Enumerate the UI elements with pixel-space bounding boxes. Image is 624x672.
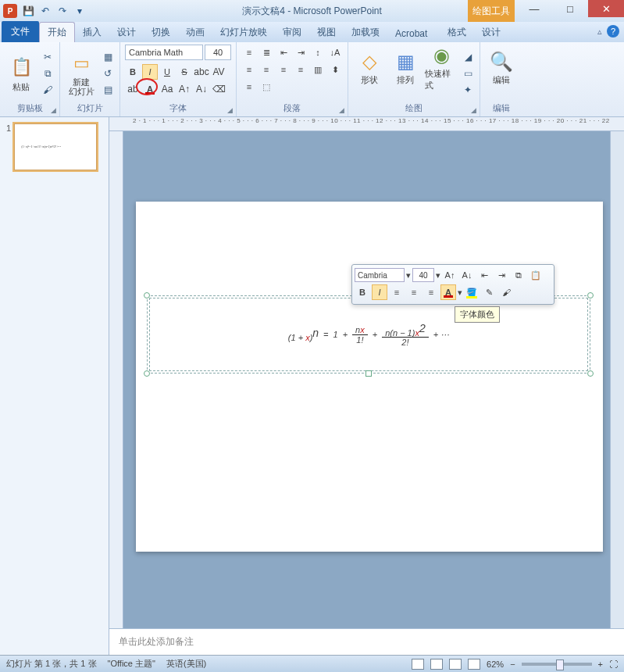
mini-font-name[interactable] [355, 268, 405, 282]
line-spacing-button[interactable]: ↕ [310, 45, 326, 60]
drawing-launcher-icon[interactable]: ◢ [469, 105, 478, 115]
help-icon[interactable]: ? [607, 25, 619, 38]
sorter-view-icon[interactable] [430, 659, 443, 670]
numbering-button[interactable]: ≣ [259, 45, 274, 60]
copy-icon[interactable]: ⧉ [41, 66, 55, 80]
tab-format[interactable]: 格式 [440, 23, 474, 42]
decrease-indent-button[interactable]: ⇤ [276, 45, 291, 60]
increase-indent-button[interactable]: ⇥ [293, 45, 308, 60]
redo-icon[interactable]: ↷ [56, 5, 69, 17]
clipboard-launcher-icon[interactable]: ◢ [48, 105, 58, 115]
font-color-button[interactable]: A [142, 81, 158, 97]
mini-font-color-dropdown-icon[interactable]: ▾ [458, 288, 462, 298]
thumbnail-item[interactable]: 1 (1+x)ⁿ=1+nx/1!+n(n-1)x²/2!+⋯ [6, 123, 102, 170]
mini-align-left[interactable]: ≡ [389, 284, 405, 300]
zoom-level[interactable]: 62% [487, 659, 504, 669]
mini-font-dropdown-icon[interactable]: ▾ [406, 270, 411, 281]
mini-size-dropdown-icon[interactable]: ▾ [436, 270, 440, 281]
status-language[interactable]: 英语(美国) [166, 658, 206, 670]
format-painter-icon[interactable]: 🖌 [41, 83, 55, 97]
clear-format-button[interactable]: ⌫ [211, 81, 226, 97]
slide[interactable]: ▾ ▾ A↑ A↓ ⇤ ⇥ ⧉ 📋 B I [136, 202, 603, 552]
section-icon[interactable]: ▤ [101, 83, 115, 97]
text-direction-button[interactable]: ↓A [327, 45, 343, 60]
maximize-button[interactable]: □ [552, 0, 588, 17]
font-size-input[interactable] [205, 45, 231, 60]
mini-paste-icon[interactable]: 📋 [528, 267, 544, 283]
mini-font-color[interactable]: A [440, 284, 456, 300]
qat-more-icon[interactable]: ▾ [73, 5, 86, 17]
bold-button[interactable]: B [125, 64, 141, 80]
mini-shrink-font[interactable]: A↓ [459, 267, 475, 283]
slide-thumbnails-panel[interactable]: 1 (1+x)ⁿ=1+nx/1!+n(n-1)x²/2!+⋯ [0, 117, 109, 655]
layout-icon[interactable]: ▦ [101, 50, 115, 64]
horizontal-ruler[interactable]: 2 · 1 · · · 1 · · · 2 · · · 3 · · · 4 · … [109, 117, 624, 131]
mini-highlight[interactable]: 🪣 [464, 284, 480, 300]
equation-textbox[interactable]: (1 + x)n =1+ nx1! + n(n − 1)x22! + ⋯ [147, 295, 590, 374]
underline-button[interactable]: U [159, 64, 175, 80]
shape-fill-icon[interactable]: ◢ [461, 50, 475, 64]
tab-transitions[interactable]: 切换 [144, 23, 178, 42]
bullets-button[interactable]: ≡ [241, 45, 257, 60]
normal-view-icon[interactable] [412, 659, 424, 670]
align-left-button[interactable]: ≡ [241, 62, 257, 77]
shadow-button[interactable]: abc [194, 64, 209, 80]
mini-grow-font[interactable]: A↑ [442, 267, 458, 283]
shapes-button[interactable]: ◇形状 [353, 45, 386, 91]
thumbnail-preview[interactable]: (1+x)ⁿ=1+nx/1!+n(n-1)x²/2!+⋯ [14, 123, 97, 170]
slideshow-view-icon[interactable] [468, 659, 480, 670]
tab-slideshow[interactable]: 幻灯片放映 [212, 23, 275, 42]
mini-copy-icon[interactable]: ⧉ [511, 267, 526, 283]
tab-home[interactable]: 开始 [39, 22, 75, 42]
ribbon-collapse-icon[interactable]: ▵ [597, 27, 602, 37]
fit-window-icon[interactable]: ⛶ [609, 659, 618, 669]
resize-handle-nw[interactable] [144, 292, 150, 298]
mini-decrease-indent[interactable]: ⇤ [476, 267, 492, 283]
justify-button[interactable]: ≡ [293, 62, 308, 77]
shape-outline-icon[interactable]: ▭ [461, 66, 475, 80]
tab-animations[interactable]: 动画 [178, 23, 212, 42]
app-icon[interactable]: P [3, 4, 17, 18]
zoom-slider[interactable] [522, 663, 592, 666]
mini-bold[interactable]: B [355, 284, 370, 300]
mini-italic[interactable]: I [372, 284, 387, 300]
mini-format-painter[interactable]: 🖌 [498, 284, 514, 300]
tab-design2[interactable]: 设计 [474, 23, 508, 42]
equation-content[interactable]: (1 + x)n =1+ nx1! + n(n − 1)x22! + ⋯ [148, 296, 590, 373]
italic-button[interactable]: I [142, 64, 158, 80]
paste-button[interactable]: 📋 粘贴 [5, 45, 37, 102]
grow-font-button[interactable]: A↑ [177, 81, 192, 97]
columns-button[interactable]: ▥ [310, 62, 326, 77]
shape-effects-icon[interactable]: ✦ [461, 83, 475, 97]
font-name-input[interactable] [125, 45, 203, 60]
char-spacing-button[interactable]: AV [211, 64, 226, 80]
tab-file[interactable]: 文件 [2, 21, 39, 42]
close-button[interactable]: ✕ [588, 0, 624, 17]
zoom-in-icon[interactable]: + [598, 659, 603, 669]
align-text-button[interactable]: ⬍ [327, 62, 343, 77]
arrange-button[interactable]: ▦排列 [389, 45, 422, 91]
tab-view[interactable]: 视图 [309, 23, 344, 42]
zoom-out-icon[interactable]: − [510, 659, 515, 669]
tab-design[interactable]: 设计 [109, 23, 144, 42]
resize-handle-s[interactable] [365, 370, 372, 377]
shrink-font-button[interactable]: A↓ [194, 81, 209, 97]
mini-align-right[interactable]: ≡ [423, 284, 439, 300]
quick-styles-button[interactable]: ◉快速样式 [425, 45, 458, 91]
tab-insert[interactable]: 插入 [75, 23, 109, 42]
mini-increase-indent[interactable]: ⇥ [494, 267, 509, 283]
notes-pane[interactable]: 单击此处添加备注 [109, 628, 624, 655]
mini-outline[interactable]: ✎ [481, 284, 497, 300]
minimize-button[interactable]: — [516, 0, 552, 17]
resize-handle-se[interactable] [587, 370, 594, 377]
strike-button[interactable]: S [177, 64, 192, 80]
tab-acrobat[interactable]: Acrobat [387, 25, 435, 42]
font-launcher-icon[interactable]: ◢ [225, 105, 234, 115]
slide-canvas[interactable]: ▾ ▾ A↑ A↓ ⇤ ⇥ ⧉ 📋 B I [123, 131, 610, 628]
mini-font-size[interactable] [412, 268, 434, 282]
align-center-button[interactable]: ≡ [259, 62, 274, 77]
save-icon[interactable]: 💾 [22, 5, 34, 17]
mini-align-center[interactable]: ≡ [406, 284, 422, 300]
align-right-button[interactable]: ≡ [276, 62, 291, 77]
cut-icon[interactable]: ✂ [41, 50, 55, 64]
